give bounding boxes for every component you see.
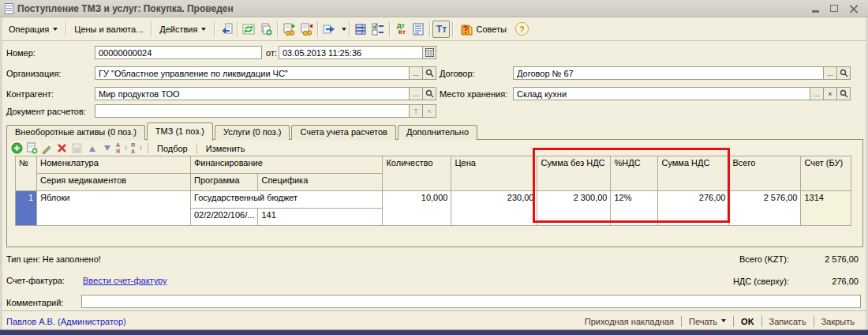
minimize-button[interactable]	[810, 3, 821, 14]
contract-lookup-button[interactable]	[836, 67, 850, 79]
table-toolbar: АЯ↓ ЯА↓ Подбор Изменить	[9, 141, 249, 156]
toolbar-separator	[65, 21, 66, 37]
prices-currency-button[interactable]: Цены и валюта...	[69, 21, 148, 37]
warehouse-clear-button[interactable]: ×	[823, 88, 836, 100]
doc-type-button[interactable]: Приходная накладная	[578, 315, 681, 328]
vat-percent-cell[interactable]: 12%	[611, 191, 658, 226]
go-to-button[interactable]	[320, 21, 338, 38]
move-row-down-icon	[104, 145, 110, 154]
actions-button[interactable]: Действия	[154, 21, 211, 37]
refresh-button[interactable]	[240, 21, 257, 38]
warehouse-lookup-button[interactable]	[836, 88, 850, 100]
sort-desc-button[interactable]: ЯА↓	[130, 142, 144, 155]
contract-ellipsis-button[interactable]: ...	[823, 67, 836, 79]
close-button[interactable]	[847, 3, 859, 14]
save-button[interactable]: Записать	[762, 315, 814, 328]
toolbar-separator	[389, 21, 390, 37]
contract-input[interactable]	[514, 67, 823, 79]
change-button[interactable]: Изменить	[201, 143, 250, 154]
text-labels-toggle-button[interactable]: Тт	[432, 21, 450, 38]
move-row-up-icon	[89, 143, 95, 152]
tab-tmz[interactable]: ТМЗ (1 поз.)	[147, 122, 213, 141]
help-button[interactable]: ?	[515, 22, 529, 36]
advices-button[interactable]: Советы	[455, 20, 511, 39]
organization-lookup-button[interactable]	[422, 67, 436, 79]
post-document-button[interactable]	[280, 21, 297, 38]
price-type-text: Тип цен: Не заполнено!	[6, 254, 101, 264]
account-cell[interactable]: 1314	[801, 191, 851, 226]
movements-icon	[354, 23, 367, 36]
date-input[interactable]	[279, 47, 422, 58]
sort-asc-button[interactable]: АЯ↓	[115, 142, 129, 155]
report-button[interactable]	[410, 21, 427, 38]
toolbar-separator	[429, 21, 430, 37]
chevron-down-icon	[721, 319, 726, 325]
settlement-doc-clear-button[interactable]: ×	[422, 105, 436, 117]
nomenclature-cell[interactable]: Яблоки	[37, 191, 191, 226]
price-cell[interactable]: 230,00	[451, 191, 537, 226]
pick-button[interactable]: Подбор	[152, 143, 193, 154]
tab-settlement-accounts[interactable]: Счета учета расчетов	[291, 125, 395, 140]
contractor-lookup-button[interactable]	[422, 88, 436, 100]
current-user-link[interactable]: Павлов А.В. (Администратор)	[6, 317, 126, 326]
specifics-cell[interactable]: 141	[258, 209, 383, 226]
movements-button[interactable]	[352, 21, 369, 38]
window-frame-bottom	[0, 329, 868, 335]
col-header-vat-percent: %НДС	[611, 156, 658, 191]
ok-button[interactable]: OK	[734, 315, 761, 328]
delete-row-icon	[56, 142, 68, 154]
delete-row-button[interactable]	[55, 142, 69, 155]
amount-wo-vat-cell[interactable]: 2 300,00	[537, 191, 611, 226]
edit-row-button[interactable]	[40, 142, 54, 155]
move-row-end-button[interactable]	[70, 142, 84, 155]
warehouse-label: Место хранения:	[440, 89, 507, 99]
header-row-1: № Номенклатура Финансирование Количество…	[16, 156, 851, 174]
move-row-end-icon	[71, 142, 83, 154]
comment-input[interactable]	[81, 295, 861, 308]
lookup-icon	[840, 89, 848, 98]
toolbar-separator	[237, 21, 238, 37]
total-cell[interactable]: 2 576,00	[729, 191, 801, 226]
tab-additional[interactable]: Дополнительно	[398, 125, 477, 140]
contractor-ellipsis-button[interactable]: ...	[409, 88, 422, 100]
program-cell[interactable]: 02/2/202/106/...	[191, 209, 258, 226]
copy-row-button[interactable]	[25, 142, 39, 155]
col-header-num: №	[16, 156, 37, 191]
financing-cell[interactable]: Государственный бюджет	[191, 191, 383, 209]
row-number-cell[interactable]: 1	[16, 191, 37, 226]
tab-fixed-assets[interactable]: Внеоборотные активы (0 поз.)	[6, 125, 145, 140]
checklist-button[interactable]	[369, 21, 387, 38]
maximize-button[interactable]	[829, 3, 840, 14]
actions-label: Действия	[159, 24, 197, 34]
toolbar-separator	[214, 21, 215, 37]
number-input[interactable]	[95, 47, 261, 58]
warehouse-ellipsis-button[interactable]: ...	[810, 88, 823, 100]
move-row-down-button[interactable]	[100, 142, 114, 155]
print-button[interactable]: Печать	[682, 314, 733, 328]
dt-kt-button[interactable]: ДтКт	[392, 21, 410, 38]
warehouse-input[interactable]	[514, 88, 810, 100]
settlement-doc-text-button[interactable]: T	[409, 105, 422, 117]
print-label: Печать	[689, 317, 717, 326]
sort-asc-icon: АЯ↓	[116, 142, 128, 155]
quantity-cell[interactable]: 10,000	[383, 191, 451, 226]
text-labels-toggle-icon: Тт	[436, 24, 447, 35]
organization-ellipsis-button[interactable]: ...	[409, 67, 422, 79]
tab-services[interactable]: Услуги (0 поз.)	[215, 125, 290, 140]
move-row-up-button[interactable]	[85, 142, 99, 155]
add-row-button[interactable]	[10, 142, 24, 155]
vat-amount-cell[interactable]: 276,00	[658, 191, 729, 226]
window-title: Поступление ТМЗ и услуг: Покупка. Провед…	[17, 3, 234, 14]
close-form-button[interactable]: Закрыть	[814, 315, 862, 328]
enter-invoice-link[interactable]: Ввести счет-фактуру	[83, 276, 167, 285]
organization-input[interactable]	[95, 67, 409, 79]
calendar-button[interactable]	[422, 47, 436, 58]
operation-button[interactable]: Операция	[3, 21, 63, 37]
settlement-doc-input[interactable]	[95, 105, 409, 117]
save-return-button[interactable]	[217, 21, 234, 38]
contractor-input[interactable]	[95, 88, 409, 100]
copy-document-button[interactable]	[257, 21, 275, 38]
chevron-down-icon[interactable]	[342, 28, 346, 33]
unpost-document-button[interactable]	[297, 21, 315, 38]
report-icon	[412, 23, 425, 36]
